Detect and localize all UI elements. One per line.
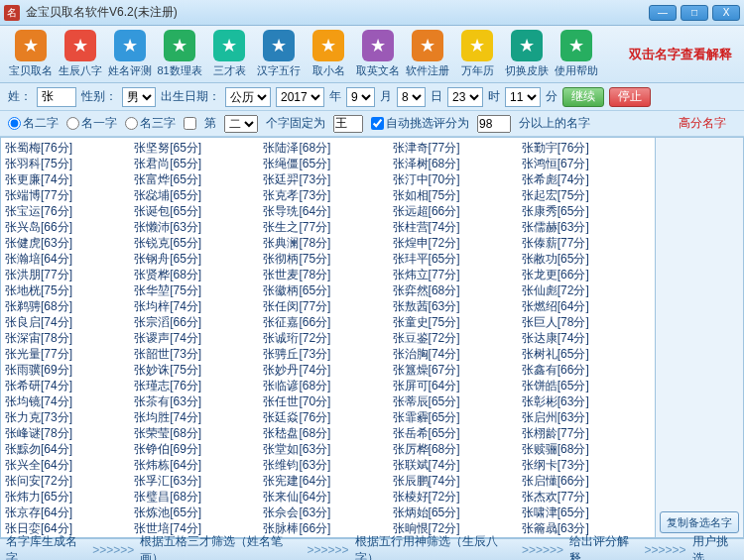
name-cell[interactable]: 张生之[77分] (263, 219, 392, 235)
name-cell[interactable]: 张富烨[65分] (134, 171, 263, 187)
name-cell[interactable]: 张仙彪[72分] (522, 282, 651, 298)
name-cell[interactable]: 张任闵[77分] (263, 298, 392, 314)
name-cell[interactable]: 张韶世[73分] (134, 346, 263, 362)
name-cell[interactable]: 张健虎[63分] (5, 235, 134, 251)
name-cell[interactable]: 张地桄[75分] (5, 282, 134, 298)
name-cell[interactable]: 张岳希[65分] (393, 425, 522, 441)
name-cell[interactable]: 张克孝[73分] (263, 187, 392, 203)
year-select[interactable]: 2017 (276, 87, 324, 107)
close-button[interactable]: X (712, 5, 740, 21)
name-cell[interactable]: 张维钧[63分] (263, 457, 392, 473)
status-step3[interactable]: 根据五行用神筛选（生辰八字） (355, 533, 516, 561)
name-cell[interactable]: 张燃绍[64分] (522, 298, 651, 314)
tool-取小名[interactable]: ★取小名 (304, 30, 353, 78)
name-cell[interactable]: 张孚汇[63分] (134, 473, 263, 489)
name-cell[interactable]: 张羽科[75分] (5, 156, 134, 171)
name-cell[interactable]: 张赎骊[68分] (522, 441, 651, 457)
name-cell[interactable]: 张敖茜[63分] (393, 298, 522, 314)
name-cell[interactable]: 张典澜[78分] (263, 235, 392, 251)
name-cell[interactable]: 张启州[63分] (522, 409, 651, 425)
maximize-button[interactable]: □ (681, 5, 708, 21)
radio-one-char[interactable]: 名一字 (66, 115, 117, 132)
name-cell[interactable]: 张联斌[74分] (393, 457, 522, 473)
name-cell[interactable]: 张临谚[68分] (263, 378, 392, 393)
name-cell[interactable]: 张雨骥[69分] (5, 362, 134, 378)
name-list[interactable]: 张蜀梅[76分]张坚努[65分]张陆泽[68分]张津奇[77分]张勤宇[76分]… (0, 137, 655, 538)
name-cell[interactable]: 张诞包[65分] (134, 203, 263, 219)
tool-万年历[interactable]: ★万年历 (452, 30, 502, 78)
name-cell[interactable]: 张鸿恒[67分] (522, 156, 651, 171)
name-cell[interactable]: 张啸津[65分] (522, 504, 651, 520)
name-cell[interactable]: 张如相[75分] (393, 187, 522, 203)
name-cell[interactable]: 张征嘉[66分] (263, 314, 392, 330)
day-select[interactable]: 8 (397, 87, 426, 107)
name-cell[interactable]: 张柱营[74分] (393, 219, 522, 235)
fix-char-checkbox[interactable] (184, 117, 196, 130)
name-cell[interactable]: 张问安[72分] (5, 473, 134, 489)
name-cell[interactable]: 张洪朋[77分] (5, 267, 134, 282)
name-cell[interactable]: 张启懂[66分] (522, 473, 651, 489)
name-cell[interactable]: 张瑾志[76分] (134, 378, 263, 393)
name-cell[interactable]: 张荣莹[68分] (134, 425, 263, 441)
name-cell[interactable]: 张均梓[74分] (134, 298, 263, 314)
name-cell[interactable]: 张彰彬[63分] (522, 393, 651, 409)
name-cell[interactable]: 张炜立[77分] (393, 267, 522, 282)
name-cell[interactable]: 张诚珩[72分] (263, 330, 392, 346)
name-cell[interactable]: 张铮伯[69分] (134, 441, 263, 457)
name-cell[interactable]: 张希研[74分] (5, 378, 134, 393)
name-cell[interactable]: 张杰欢[77分] (522, 489, 651, 504)
name-cell[interactable]: 张厉桦[68分] (393, 441, 522, 457)
name-cell[interactable]: 张炳始[65分] (393, 504, 522, 520)
name-cell[interactable]: 张康秀[65分] (522, 203, 651, 219)
status-step1[interactable]: 名字库生成名字 (6, 533, 86, 561)
hour-select[interactable]: 23 (447, 87, 483, 107)
tool-三才表[interactable]: ★三才表 (204, 30, 254, 78)
name-cell[interactable]: 张蒂辰[65分] (393, 393, 522, 409)
name-cell[interactable]: 张贤桦[68分] (134, 267, 263, 282)
name-cell[interactable]: 张佘会[63分] (263, 504, 392, 520)
name-cell[interactable]: 张均胜[74分] (134, 409, 263, 425)
name-cell[interactable]: 张达康[74分] (522, 330, 651, 346)
name-cell[interactable]: 张玤平[65分] (393, 251, 522, 267)
name-cell[interactable]: 张棱好[72分] (393, 489, 522, 504)
name-cell[interactable]: 张力克[73分] (5, 409, 134, 425)
radio-three-char[interactable]: 名三字 (125, 115, 176, 132)
name-cell[interactable]: 张惢埔[65分] (134, 187, 263, 203)
name-cell[interactable]: 张巨人[78分] (522, 314, 651, 330)
name-cell[interactable]: 张龙更[66分] (522, 267, 651, 282)
name-cell[interactable]: 张鑫有[66分] (522, 362, 651, 378)
name-cell[interactable]: 张蜀梅[76分] (5, 140, 134, 156)
minute-select[interactable]: 11 (505, 87, 541, 107)
copy-selected-button[interactable]: 复制备选名字 (660, 511, 739, 533)
name-cell[interactable]: 张彻柄[75分] (263, 251, 392, 267)
radio-two-char[interactable]: 名二字 (8, 115, 59, 132)
name-cell[interactable]: 张璧昌[68分] (134, 489, 263, 504)
name-cell[interactable]: 张霏霾[65分] (393, 409, 522, 425)
name-cell[interactable]: 张辰鹏[74分] (393, 473, 522, 489)
tool-使用帮助[interactable]: ★使用帮助 (552, 30, 601, 78)
name-cell[interactable]: 张世麦[78分] (263, 267, 392, 282)
name-cell[interactable]: 张治胸[74分] (393, 346, 522, 362)
name-cell[interactable]: 张屏可[64分] (393, 378, 522, 393)
name-cell[interactable]: 张簋燥[67分] (393, 362, 522, 378)
tool-姓名评测[interactable]: ★姓名评测 (105, 30, 155, 78)
tool-生辰八字[interactable]: ★生辰八字 (56, 30, 105, 78)
name-cell[interactable]: 张纲卡[73分] (522, 457, 651, 473)
tool-取英文名[interactable]: ★取英文名 (353, 30, 403, 78)
name-cell[interactable]: 张良启[74分] (5, 314, 134, 330)
name-cell[interactable]: 张童史[75分] (393, 314, 522, 330)
name-cell[interactable]: 张骋丘[73分] (263, 346, 392, 362)
name-cell[interactable]: 张光量[77分] (5, 346, 134, 362)
name-cell[interactable]: 张廷羿[73分] (263, 171, 392, 187)
gender-select[interactable]: 男 (122, 87, 156, 107)
name-cell[interactable]: 张君尚[65分] (134, 156, 263, 171)
name-cell[interactable]: 张起宏[75分] (522, 187, 651, 203)
name-cell[interactable]: 张宝运[76分] (5, 203, 134, 219)
name-cell[interactable]: 张弈然[68分] (393, 282, 522, 298)
status-step4[interactable]: 给出评分解释 (569, 533, 639, 561)
name-cell[interactable]: 张锐克[65分] (134, 235, 263, 251)
name-cell[interactable]: 张堂如[63分] (263, 441, 392, 457)
month-select[interactable]: 9 (346, 87, 375, 107)
name-cell[interactable]: 张炜栋[64分] (134, 457, 263, 473)
name-cell[interactable]: 张华堃[75分] (134, 282, 263, 298)
